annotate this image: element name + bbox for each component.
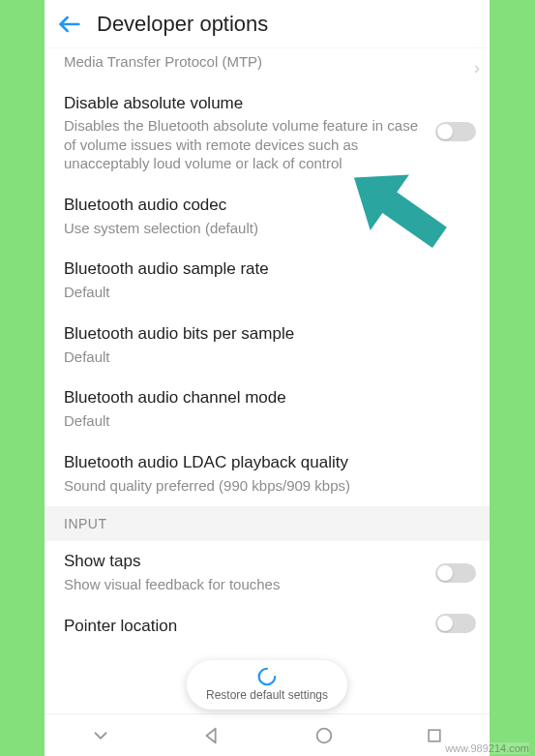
row-title: Bluetooth audio bits per sample [64, 323, 470, 346]
row-bluetooth-audio-ldac[interactable]: Bluetooth audio LDAC playback quality So… [45, 442, 490, 506]
toggle-switch[interactable] [435, 614, 476, 633]
svg-marker-3 [335, 155, 459, 261]
app-bar: Developer options [45, 0, 490, 48]
chevron-right-icon: › [474, 58, 480, 78]
row-title: Disable absolute volume [64, 93, 422, 115]
row-subtitle: Default [64, 283, 470, 302]
row-bluetooth-audio-bits[interactable]: Bluetooth audio bits per sample Default [45, 314, 490, 378]
navigation-bar [45, 713, 490, 756]
nav-collapse-icon[interactable] [90, 725, 111, 746]
svg-point-1 [316, 728, 331, 742]
row-subtitle: Media Transfer Protocol (MTP) [64, 52, 470, 72]
svg-rect-2 [429, 730, 440, 741]
row-title: Show taps [64, 551, 422, 573]
row-bluetooth-audio-channel-mode[interactable]: Bluetooth audio channel mode Default [45, 378, 490, 441]
nav-home-icon[interactable] [313, 725, 335, 746]
annotation-arrow-icon [335, 155, 461, 265]
row-title: Bluetooth audio LDAC playback quality [64, 452, 470, 474]
back-arrow-icon[interactable] [56, 11, 83, 38]
watermark-text: www.989214.com [445, 742, 529, 754]
toggle-switch[interactable] [435, 563, 476, 583]
restore-defaults-toast[interactable]: Restore default settings [187, 660, 347, 710]
phone-screen: Developer options Media Transfer Protoco… [45, 0, 490, 756]
row-usb-config[interactable]: Media Transfer Protocol (MTP) › [45, 48, 490, 83]
row-subtitle: Default [64, 411, 470, 431]
row-pointer-location[interactable]: Pointer location [45, 606, 490, 642]
nav-back-icon[interactable] [201, 725, 223, 746]
row-title: Bluetooth audio channel mode [64, 387, 470, 409]
settings-list[interactable]: Media Transfer Protocol (MTP) › Disable … [45, 48, 490, 713]
page-title: Developer options [97, 12, 268, 37]
row-subtitle: Show visual feedback for touches [64, 575, 422, 594]
row-title: Pointer location [64, 616, 422, 638]
nav-recents-icon[interactable] [425, 726, 444, 745]
row-subtitle: Sound quality preferred (990 kbps/909 kb… [64, 476, 470, 496]
section-header-input: INPUT [45, 506, 490, 541]
toggle-switch[interactable] [435, 122, 476, 141]
row-subtitle: Default [64, 348, 470, 367]
toast-label: Restore default settings [206, 688, 328, 702]
row-show-taps[interactable]: Show taps Show visual feedback for touch… [45, 541, 490, 605]
spinner-icon [256, 666, 278, 687]
